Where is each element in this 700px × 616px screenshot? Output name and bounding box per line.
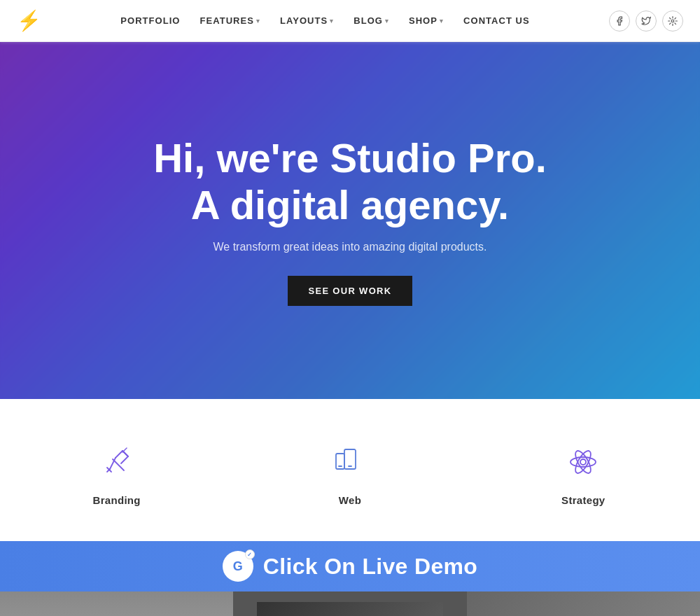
portfolio-grid: [0, 592, 700, 616]
service-strategy: Strategy: [467, 441, 700, 527]
service-branding: Branding: [0, 441, 233, 527]
logo-icon[interactable]: ⚡: [17, 9, 41, 32]
portfolio-item-3[interactable]: [467, 592, 700, 616]
nav-blog-label: BLOG: [354, 15, 383, 26]
nav-layouts[interactable]: LAYOUTS ▾: [280, 15, 334, 26]
navbar: ⚡ PORTFOLIO FEATURES ▾ LAYOUTS ▾ BLOG ▾ …: [0, 0, 700, 42]
branding-icon: [96, 441, 138, 483]
chevron-down-icon: ▾: [256, 18, 260, 24]
nav-portfolio[interactable]: PORTFOLIO: [120, 15, 180, 26]
hero-cta-button[interactable]: SEE OUR WORK: [288, 276, 413, 306]
nav-layouts-label: LAYOUTS: [280, 15, 328, 26]
demo-avatar: G ✓: [223, 551, 253, 582]
nav-links: PORTFOLIO FEATURES ▾ LAYOUTS ▾ BLOG ▾ SH…: [120, 15, 529, 26]
branding-label: Branding: [93, 494, 141, 506]
strategy-label: Strategy: [561, 494, 605, 506]
chevron-down-icon: ▾: [330, 18, 334, 24]
facebook-icon[interactable]: [609, 10, 630, 31]
hero-title: Hi, we're Studio Pro. A digital agency.: [140, 135, 560, 228]
strategy-icon: [562, 441, 604, 483]
services-section: Branding Web Strategy: [0, 399, 700, 541]
nav-shop[interactable]: SHOP ▾: [409, 15, 444, 26]
web-icon: [329, 441, 371, 483]
demo-banner[interactable]: G ✓ Click On Live Demo: [0, 541, 700, 592]
chevron-down-icon: ▾: [440, 18, 444, 24]
web-label: Web: [339, 494, 361, 506]
hero-content: Hi, we're Studio Pro. A digital agency. …: [140, 135, 560, 306]
svg-line-6: [122, 448, 127, 452]
svg-point-11: [580, 459, 586, 465]
portfolio-item-2[interactable]: [233, 592, 466, 616]
google-icon[interactable]: [662, 10, 683, 31]
nav-shop-label: SHOP: [409, 15, 438, 26]
svg-point-0: [671, 20, 674, 22]
twitter-icon[interactable]: [636, 10, 657, 31]
hero-subtitle: We transform great ideas into amazing di…: [140, 241, 560, 253]
hero-section: Hi, we're Studio Pro. A digital agency. …: [0, 42, 700, 399]
demo-text: Click On Live Demo: [263, 554, 477, 580]
service-web: Web: [233, 441, 466, 527]
logo-area: ⚡: [17, 9, 41, 32]
svg-point-12: [570, 457, 596, 467]
nav-blog[interactable]: BLOG ▾: [354, 15, 389, 26]
nav-features[interactable]: FEATURES ▾: [200, 15, 260, 26]
chevron-down-icon: ▾: [385, 18, 389, 24]
svg-line-5: [113, 459, 124, 470]
nav-features-label: FEATURES: [200, 15, 254, 26]
nav-contact[interactable]: CONTACT US: [463, 15, 530, 26]
social-links: [609, 10, 683, 31]
portfolio-item-1[interactable]: [0, 592, 233, 616]
